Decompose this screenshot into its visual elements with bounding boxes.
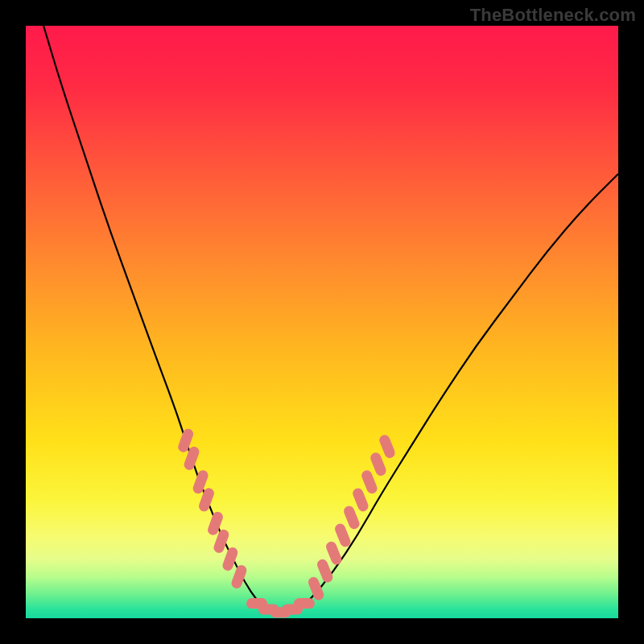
data-marker [316,558,334,584]
watermark-text: TheBottleneck.com [470,5,636,26]
data-marker [333,522,352,549]
data-marker [294,598,315,609]
data-marker [360,469,378,495]
chart-container: { "watermark": "TheBottleneck.com", "col… [0,0,644,644]
data-marker [230,564,248,590]
data-marker [307,576,325,602]
data-marker [378,433,396,460]
data-marker [221,546,239,572]
bottleneck-curve [26,26,618,618]
data-marker [324,540,343,567]
data-marker [342,505,361,531]
data-marker [351,486,369,513]
plot-area [26,26,618,618]
data-marker [369,451,387,477]
